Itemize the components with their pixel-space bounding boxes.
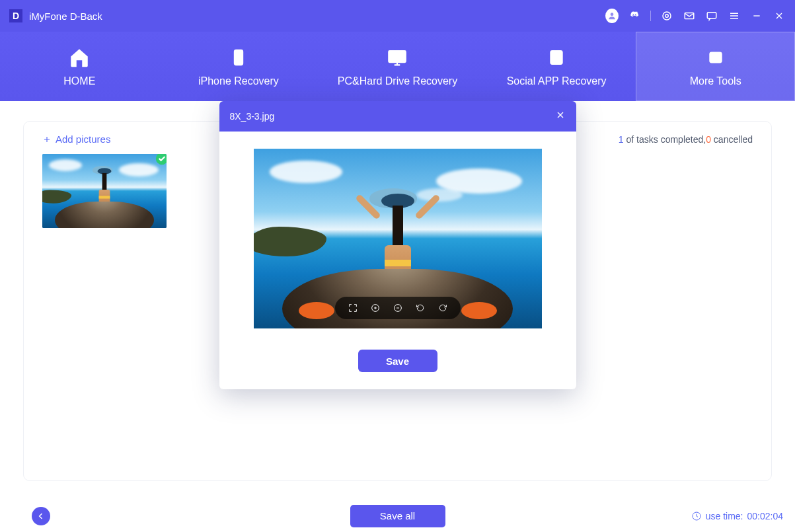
tasks-cancelled-count: 0	[706, 134, 711, 145]
minimize-icon[interactable]	[750, 9, 763, 22]
save-button[interactable]: Save	[358, 350, 437, 372]
nav-label: More Tools	[690, 75, 741, 87]
tasks-completed-count: 1	[619, 134, 624, 145]
use-time-label: use time:	[706, 511, 743, 521]
picture-thumbnail[interactable]	[42, 154, 167, 228]
svg-point-2	[635, 15, 636, 16]
nav-label: HOME	[63, 75, 95, 87]
title-bar: D iMyFone D-Back	[0, 0, 795, 32]
nav-label: iPhone Recovery	[198, 75, 279, 87]
svg-point-0	[611, 13, 614, 16]
svg-point-9	[397, 54, 398, 56]
svg-rect-6	[707, 13, 716, 19]
use-time-value: 00:02:04	[747, 511, 784, 521]
titlebar-divider	[650, 11, 651, 21]
target-icon[interactable]	[660, 9, 673, 22]
tasks-status: 1 of tasks completed,0 cancelled	[619, 134, 753, 145]
app-logo-icon: D	[9, 9, 22, 22]
close-icon[interactable]	[773, 9, 786, 22]
nav-label: Social APP Recovery	[507, 75, 607, 87]
nav-more-tools[interactable]: More Tools	[636, 32, 795, 101]
rotate-right-icon[interactable]	[437, 302, 449, 314]
account-icon[interactable]	[605, 9, 619, 22]
image-toolbar	[335, 297, 461, 319]
svg-rect-10	[550, 51, 562, 64]
nav-iphone-recovery[interactable]: iPhone Recovery	[159, 32, 319, 101]
nav-label: PC&Hard Drive Recovery	[338, 75, 457, 87]
feedback-icon[interactable]	[705, 9, 718, 22]
zoom-out-icon[interactable]	[392, 302, 404, 314]
svg-point-1	[633, 15, 634, 16]
svg-point-12	[712, 56, 714, 58]
nav-social-recovery[interactable]: Social APP Recovery	[477, 32, 636, 101]
use-time: use time:00:02:04	[691, 511, 783, 521]
svg-point-13	[714, 56, 716, 58]
save-all-button[interactable]: Save all	[350, 505, 445, 527]
modal-close-button[interactable]	[555, 110, 566, 123]
menu-icon[interactable]	[728, 9, 741, 22]
content-area: Add pictures 1 of tasks completed,0 canc…	[0, 101, 795, 499]
mail-icon[interactable]	[683, 9, 696, 22]
fullscreen-icon[interactable]	[347, 302, 359, 314]
add-pictures-button[interactable]: Add pictures	[42, 133, 110, 145]
svg-point-3	[663, 12, 671, 20]
discord-icon[interactable]	[628, 9, 641, 22]
modal-filename: 8X_3-3.jpg	[230, 111, 275, 122]
checkmark-icon	[155, 154, 167, 169]
footer-bar: Save all use time:00:02:04	[0, 499, 795, 532]
nav-home[interactable]: HOME	[0, 32, 159, 101]
add-pictures-label: Add pictures	[56, 133, 110, 145]
rotate-left-icon[interactable]	[414, 302, 426, 314]
modal-header: 8X_3-3.jpg	[219, 101, 576, 132]
svg-point-14	[717, 56, 719, 58]
back-button[interactable]	[32, 507, 50, 525]
preview-modal: 8X_3-3.jpg	[219, 101, 576, 389]
nav-pc-recovery[interactable]: PC&Hard Drive Recovery	[318, 32, 477, 101]
clock-icon	[691, 511, 702, 521]
svg-point-4	[665, 15, 669, 18]
app-title: iMyFone D-Back	[29, 11, 102, 22]
image-preview	[254, 149, 542, 328]
main-nav: HOME iPhone Recovery PC&Hard Drive Recov…	[0, 32, 795, 101]
zoom-in-icon[interactable]	[369, 302, 381, 314]
